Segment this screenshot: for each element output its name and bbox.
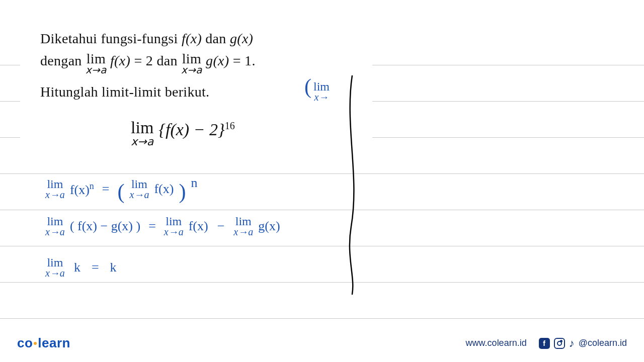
close-paren: ) — [179, 184, 186, 201]
lim-sub: x→a — [233, 227, 253, 237]
k: k — [74, 260, 80, 275]
text: Diketahui fungsi-fungsi — [40, 31, 182, 46]
gx: g(x) — [258, 219, 280, 234]
limit-body: {f(x) − 2}16 — [158, 119, 234, 138]
fx: f(x) — [70, 182, 90, 197]
rule-line — [0, 210, 644, 210]
lim-sub: x→a — [86, 65, 107, 75]
problem-line-2: dengan lim x→a f(x) = 2 dan lim x→a g(x)… — [40, 51, 362, 75]
open-paren: ( — [118, 184, 125, 201]
text: = 2 dan — [134, 53, 181, 68]
text: dengan — [40, 53, 86, 68]
rule-line — [0, 282, 644, 283]
rule-line — [0, 318, 644, 319]
lim-sub: x→a — [131, 136, 153, 147]
lhs: f(x)n — [70, 181, 94, 198]
problem-line-1: Diketahui fungsi-fungsi f(x) dan g(x) — [40, 29, 362, 48]
equals: = — [148, 219, 156, 234]
lim-sub: x→a — [45, 227, 65, 237]
equals: = — [92, 260, 99, 275]
g-of-x: g(x) — [230, 31, 253, 46]
open-paren: ( — [304, 75, 311, 98]
lim: lim x→a — [45, 215, 65, 237]
equals: = — [102, 182, 110, 197]
divider-curve — [342, 75, 372, 297]
brand-co: co — [17, 335, 33, 350]
lhs: ( f(x) − g(x) ) — [70, 219, 140, 234]
text: dan — [202, 31, 230, 46]
g-of-x: g(x) — [206, 53, 229, 68]
exponent: 16 — [225, 120, 235, 131]
lim: lim x→a — [45, 178, 65, 200]
social-icons: f ♪ @colearn.id — [539, 337, 627, 350]
handwriting-row-3: lim x→a k = k — [45, 256, 117, 279]
social-handle[interactable]: @colearn.id — [579, 338, 627, 348]
lim: lim x→a — [233, 215, 253, 237]
lim-sub: x→a — [130, 190, 149, 200]
lim-fragment: lim x→ — [313, 80, 330, 103]
brand-dot-icon — [34, 342, 37, 345]
exp-n: n — [90, 181, 94, 191]
footer-url[interactable]: www.colearn.id — [466, 338, 527, 348]
minus: − — [217, 219, 225, 234]
footer-right: www.colearn.id f ♪ @colearn.id — [466, 337, 627, 350]
handwriting-row-2: lim x→a ( f(x) − g(x) ) = lim x→a f(x) −… — [45, 215, 280, 237]
lim-sub: x→a — [181, 65, 202, 75]
footer: colearn www.colearn.id f ♪ @colearn.id — [17, 335, 627, 351]
instagram-icon[interactable] — [554, 338, 565, 349]
rule-line — [0, 173, 644, 174]
page: Diketahui fungsi-fungsi f(x) dan g(x) de… — [0, 0, 644, 362]
exp-n: n — [191, 175, 197, 191]
lim-sub: x→a — [45, 190, 65, 200]
main-limit: lim x→a {f(x) − 2}16 — [131, 119, 235, 147]
lim-sub: x→a — [45, 268, 65, 279]
handwriting-top-right: ( lim x→ — [304, 80, 330, 103]
limit-f: lim x→a — [86, 51, 107, 75]
body-text: {f(x) − 2} — [158, 120, 224, 139]
fx: f(x) — [189, 219, 208, 234]
text: = 1. — [233, 53, 256, 68]
lim-sub: x→a — [164, 227, 184, 237]
lim: lim x→a — [45, 256, 65, 279]
lim-sub: x→ — [313, 92, 330, 103]
tiktok-icon[interactable]: ♪ — [569, 337, 575, 350]
lim: lim x→a — [164, 215, 184, 237]
lim-word: lim — [131, 119, 153, 137]
f-of-x: f(x) — [182, 31, 202, 46]
brand-logo: colearn — [17, 335, 70, 351]
rule-line — [0, 246, 644, 246]
limit-g: lim x→a — [181, 51, 202, 75]
handwriting-row-1: lim x→a f(x)n = ( lim x→a f(x) ) n — [45, 178, 197, 200]
k: k — [110, 260, 117, 275]
lim-expression: lim x→a — [131, 119, 153, 147]
lim: lim x→a — [130, 178, 149, 200]
f-of-x: f(x) — [110, 53, 130, 68]
brand-learn: learn — [38, 335, 70, 350]
fx: f(x) — [154, 182, 174, 197]
facebook-icon[interactable]: f — [539, 338, 550, 349]
